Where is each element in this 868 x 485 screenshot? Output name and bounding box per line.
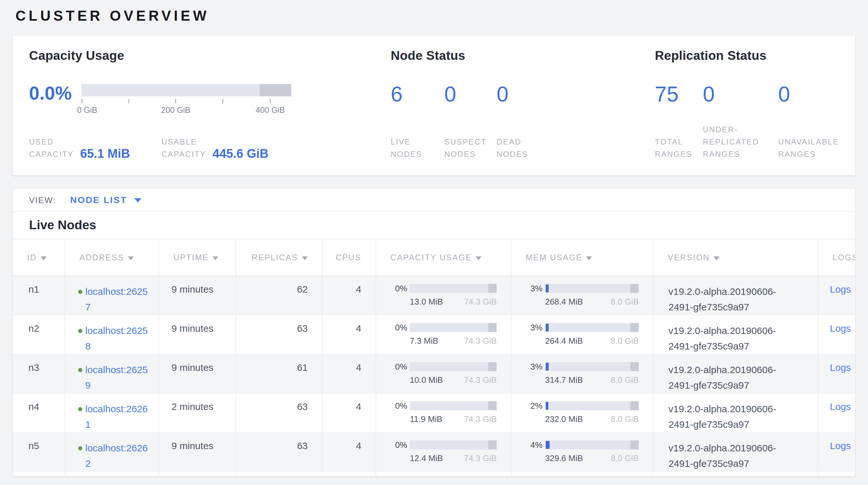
cluster-summary-card: Capacity Usage 0.0% 0 GiB 200 GiB 400 Gi… [13, 35, 855, 175]
capacity-bar-reserved [488, 362, 497, 371]
column-header-uptime[interactable]: UPTIME [159, 239, 236, 276]
axis-tick-label: 200 GiB [161, 106, 190, 115]
mem-bar-fill [546, 324, 549, 332]
mem-used-value: 264.4 MiB [545, 336, 583, 346]
mem-bar-fill [546, 363, 549, 371]
used-capacity-value: 65.1 MiB [80, 147, 130, 160]
dead-nodes-stat: 0 DEAD NODES [497, 83, 528, 160]
total-ranges-value: 75 [655, 83, 703, 105]
suspect-nodes-stat: 0 SUSPECT NODES [444, 83, 497, 160]
node-cpus-cell: 4 [322, 394, 376, 433]
node-logs-cell: Logs [818, 315, 855, 354]
node-address-link[interactable]: localhost:26262 [85, 443, 148, 469]
column-header-mem-usage[interactable]: MEM USAGE [511, 239, 653, 276]
node-status-section: Node Status 6 LIVE NODES 0 SUSPECT NODES… [391, 49, 655, 160]
logs-link[interactable]: Logs [830, 323, 851, 334]
node-uptime-cell: 9 minutes [159, 276, 236, 315]
node-mem-usage-cell: 3% 264.4 MiB 8.0 GiB [511, 315, 653, 354]
node-capacity-usage-cell: 0% 13.0 MiB 74.3 GiB [376, 276, 511, 315]
capacity-bar [410, 284, 497, 293]
mem-bar [545, 440, 639, 450]
column-header-address[interactable]: ADDRESS [65, 239, 159, 276]
logs-link[interactable]: Logs [830, 284, 851, 294]
view-selected-value: NODE LIST [70, 195, 127, 205]
capacity-percent-label: 0% [391, 362, 407, 371]
mem-percent-label: 3% [526, 362, 542, 371]
node-address-cell: localhost:26259 [65, 354, 159, 394]
capacity-gauge-reserved-segment [259, 84, 291, 96]
capacity-total-value: 74.3 GiB [464, 336, 497, 346]
node-address-cell: localhost:26257 [65, 276, 159, 315]
node-uptime-cell: 9 minutes [159, 315, 236, 354]
mem-percent-label: 4% [526, 440, 542, 450]
node-replicas-cell: 61 [236, 354, 322, 394]
mem-total-value: 8.0 GiB [611, 453, 639, 463]
node-id-cell: n5 [13, 433, 65, 472]
node-replicas-cell: 62 [236, 276, 322, 315]
column-header-replicas[interactable]: REPLICAS [236, 239, 322, 276]
capacity-total-value: 74.3 GiB [464, 453, 497, 463]
node-capacity-usage-cell: 0% 7.3 MiB 74.3 GiB [376, 315, 511, 354]
mem-bar-reserved [630, 323, 639, 332]
mem-total-value: 8.0 GiB [611, 336, 639, 346]
column-header-logs: LOGS [818, 239, 855, 276]
live-nodes-value: 6 [391, 83, 444, 105]
node-version-cell: v19.2.0-alpha.20190606-2491-gfe735c9a97 [653, 315, 818, 354]
capacity-total-value: 74.3 GiB [464, 297, 497, 307]
mem-total-value: 8.0 GiB [611, 414, 639, 424]
capacity-usage-section: Capacity Usage 0.0% 0 GiB 200 GiB 400 Gi… [29, 49, 391, 160]
node-mem-usage-cell: 2% 232.0 MiB 8.0 GiB [511, 394, 653, 433]
capacity-percent: 0.0% [29, 83, 82, 103]
node-version-cell: v19.2.0-alpha.20190606-2491-gfe735c9a97 [653, 394, 818, 433]
mem-total-value: 8.0 GiB [611, 375, 639, 385]
node-uptime-cell: 2 minutes [159, 394, 236, 433]
replication-status-section: Replication Status 75 TOTAL RANGES 0 UND… [655, 49, 839, 160]
capacity-bar [410, 440, 497, 450]
mem-bar [545, 284, 639, 293]
axis-tick [222, 99, 223, 104]
axis-tick [82, 99, 82, 104]
mem-bar-fill [546, 402, 548, 410]
node-address-cell: localhost:26262 [65, 433, 159, 472]
live-nodes-heading: Live Nodes [13, 212, 855, 238]
node-address-link[interactable]: localhost:26261 [85, 403, 148, 430]
mem-bar-reserved [630, 362, 639, 371]
view-label: VIEW: [29, 195, 56, 205]
node-address-link[interactable]: localhost:26259 [85, 364, 148, 391]
table-row: n4 localhost:26261 2 minutes 63 4 0% 11.… [13, 394, 855, 433]
node-address-link[interactable]: localhost:26257 [85, 286, 148, 312]
mem-used-value: 268.4 MiB [545, 297, 583, 307]
suspect-nodes-label: SUSPECT NODES [444, 136, 497, 160]
node-id-cell: n3 [13, 354, 65, 394]
view-selector-dropdown[interactable]: NODE LIST [70, 195, 141, 205]
mem-bar-reserved [630, 401, 639, 410]
node-logs-cell: Logs [818, 276, 855, 315]
node-logs-cell: Logs [818, 354, 855, 394]
mem-bar [545, 401, 639, 410]
logs-link[interactable]: Logs [830, 440, 851, 451]
sort-desc-icon [714, 256, 719, 260]
logs-link[interactable]: Logs [830, 401, 851, 412]
capacity-percent-label: 0% [391, 284, 407, 293]
capacity-bar-reserved [488, 323, 497, 332]
under-replicated-ranges-stat: 0 UNDER- REPLICATED RANGES [703, 83, 778, 160]
capacity-bar [410, 401, 497, 410]
column-header-capacity-usage[interactable]: CAPACITY USAGE [376, 239, 511, 276]
axis-tick [128, 99, 129, 104]
node-cpus-cell: 4 [322, 354, 376, 394]
suspect-nodes-value: 0 [444, 83, 497, 105]
column-header-id[interactable]: ID [13, 239, 65, 276]
logs-link[interactable]: Logs [830, 362, 851, 373]
node-address-link[interactable]: localhost:26258 [85, 325, 148, 351]
node-capacity-usage-cell: 0% 12.4 MiB 74.3 GiB [376, 433, 511, 472]
live-nodes-card: VIEW: NODE LIST Live Nodes ID ADDRESS UP… [13, 189, 855, 476]
mem-bar-reserved [630, 284, 639, 293]
column-header-version[interactable]: VERSION [653, 239, 818, 276]
node-address-cell: localhost:26261 [65, 394, 159, 433]
node-replicas-cell: 63 [236, 394, 322, 433]
mem-used-value: 314.7 MiB [545, 375, 583, 385]
capacity-gauge-track [82, 84, 291, 96]
capacity-bar-reserved [488, 440, 497, 450]
node-live-status-icon [78, 446, 82, 450]
used-capacity-stat: USED CAPACITY 65.1 MiB [29, 136, 161, 160]
